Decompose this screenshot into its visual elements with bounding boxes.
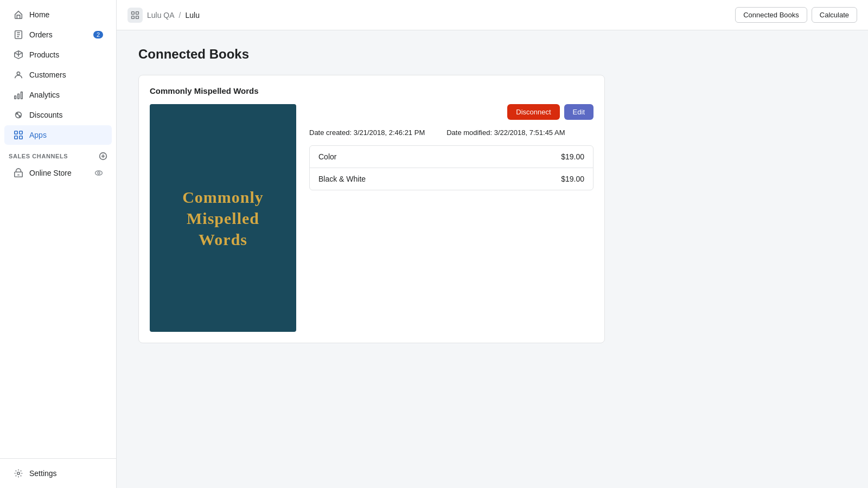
sidebar-item-discounts[interactable]: Discounts bbox=[4, 105, 112, 125]
date-modified-label: Date modified: bbox=[446, 129, 492, 137]
topbar-actions: Connected Books Calculate bbox=[735, 7, 857, 23]
variant-price: $19.00 bbox=[561, 175, 584, 183]
store-icon bbox=[13, 168, 24, 178]
book-card-header: Commonly Mispelled Words bbox=[150, 86, 593, 95]
page-content: Connected Books Commonly Mispelled Words… bbox=[117, 30, 868, 488]
variant-name: Color bbox=[318, 152, 336, 161]
sales-channels-section: SALES CHANNELS bbox=[0, 145, 116, 163]
store-grid-icon bbox=[127, 8, 143, 23]
sidebar-item-orders-label: Orders bbox=[29, 30, 53, 39]
date-created: Date created: 3/21/2018, 2:46:21 PM bbox=[309, 129, 425, 137]
sidebar-item-settings-label: Settings bbox=[29, 469, 57, 478]
calculate-button[interactable]: Calculate bbox=[812, 7, 857, 23]
variant-row: Color $19.00 bbox=[310, 146, 593, 168]
date-created-value: 3/21/2018, 2:46:21 PM bbox=[354, 129, 425, 137]
svg-point-1 bbox=[17, 72, 20, 75]
svg-rect-3 bbox=[18, 94, 20, 99]
breadcrumb-store[interactable]: Lulu QA bbox=[147, 11, 175, 20]
book-row: Commonly Mispelled Words Disconnect Edit bbox=[150, 104, 593, 332]
book-title-line2: Mispelled bbox=[182, 208, 264, 229]
variants-table: Color $19.00 Black & White $19.00 bbox=[309, 145, 593, 190]
breadcrumb: Lulu QA / Lulu bbox=[127, 8, 200, 23]
sidebar-nav: Home Orders 2 Products bbox=[0, 0, 116, 458]
sidebar-item-orders[interactable]: Orders 2 bbox=[4, 25, 112, 44]
orders-badge: 2 bbox=[93, 31, 103, 38]
page-title: Connected Books bbox=[138, 47, 846, 62]
breadcrumb-current: Lulu bbox=[185, 11, 199, 20]
svg-point-13 bbox=[95, 171, 103, 175]
book-actions: Disconnect Edit bbox=[309, 104, 593, 120]
book-card: Commonly Mispelled Words Commonly Mispel… bbox=[138, 75, 605, 343]
online-store-visibility-icon[interactable] bbox=[94, 169, 103, 177]
sidebar: Home Orders 2 Products bbox=[0, 0, 117, 488]
sidebar-item-online-store-label: Online Store bbox=[29, 169, 72, 177]
discounts-icon bbox=[13, 110, 24, 120]
sidebar-item-apps-label: Apps bbox=[29, 131, 47, 139]
svg-rect-18 bbox=[132, 16, 135, 18]
variant-name: Black & White bbox=[318, 175, 366, 183]
svg-rect-12 bbox=[15, 172, 22, 177]
book-cover-inner: Commonly Mispelled Words bbox=[150, 104, 296, 332]
connected-books-button[interactable]: Connected Books bbox=[735, 7, 807, 23]
sidebar-item-analytics-label: Analytics bbox=[29, 91, 60, 99]
disconnect-button[interactable]: Disconnect bbox=[507, 104, 559, 120]
svg-rect-8 bbox=[20, 131, 22, 134]
analytics-icon bbox=[13, 89, 24, 100]
topbar: Lulu QA / Lulu Connected Books Calculate bbox=[117, 0, 868, 30]
svg-rect-2 bbox=[15, 96, 16, 99]
date-created-label: Date created: bbox=[309, 129, 352, 137]
products-icon bbox=[13, 49, 24, 60]
date-modified: Date modified: 3/22/2018, 7:51:45 AM bbox=[446, 129, 565, 137]
sidebar-item-apps[interactable]: Apps bbox=[4, 125, 112, 145]
book-cover: Commonly Mispelled Words bbox=[150, 104, 296, 332]
svg-point-14 bbox=[98, 172, 100, 174]
book-cover-title: Commonly Mispelled Words bbox=[182, 187, 264, 250]
sidebar-item-customers[interactable]: Customers bbox=[4, 65, 112, 85]
sales-channels-label: SALES CHANNELS bbox=[9, 153, 68, 159]
customers-icon bbox=[13, 69, 24, 80]
svg-rect-16 bbox=[132, 11, 135, 14]
variant-price: $19.00 bbox=[561, 152, 584, 161]
sidebar-item-customers-label: Customers bbox=[29, 70, 66, 79]
sidebar-item-home[interactable]: Home bbox=[4, 5, 112, 24]
apps-icon bbox=[13, 130, 24, 140]
sidebar-item-products-label: Products bbox=[29, 50, 59, 59]
orders-icon bbox=[13, 29, 24, 40]
sidebar-item-analytics[interactable]: Analytics bbox=[4, 85, 112, 105]
variant-row: Black & White $19.00 bbox=[310, 168, 593, 190]
svg-point-15 bbox=[17, 472, 20, 475]
sidebar-bottom: Settings bbox=[0, 458, 116, 488]
sidebar-item-settings[interactable]: Settings bbox=[4, 464, 112, 483]
book-title-line3: Words bbox=[182, 229, 264, 250]
svg-rect-4 bbox=[21, 92, 23, 99]
main-content: Lulu QA / Lulu Connected Books Calculate… bbox=[117, 0, 868, 488]
book-meta: Date created: 3/21/2018, 2:46:21 PM Date… bbox=[309, 129, 593, 137]
sidebar-item-products[interactable]: Products bbox=[4, 45, 112, 65]
breadcrumb-separator: / bbox=[179, 11, 181, 20]
home-icon bbox=[13, 9, 24, 20]
sidebar-item-discounts-label: Discounts bbox=[29, 111, 62, 119]
add-sales-channel-icon[interactable] bbox=[99, 152, 107, 160]
date-modified-value: 3/22/2018, 7:51:45 AM bbox=[494, 129, 565, 137]
svg-rect-9 bbox=[15, 136, 17, 139]
svg-rect-19 bbox=[136, 16, 139, 18]
svg-rect-7 bbox=[15, 131, 17, 134]
edit-button[interactable]: Edit bbox=[564, 104, 593, 120]
book-title-line1: Commonly bbox=[182, 187, 264, 208]
svg-rect-17 bbox=[136, 11, 139, 14]
sidebar-item-home-label: Home bbox=[29, 10, 49, 19]
book-details: Disconnect Edit Date created: 3/21/2018,… bbox=[309, 104, 593, 332]
svg-rect-10 bbox=[20, 136, 22, 139]
settings-icon bbox=[13, 468, 24, 479]
sidebar-item-online-store[interactable]: Online Store bbox=[4, 163, 112, 183]
